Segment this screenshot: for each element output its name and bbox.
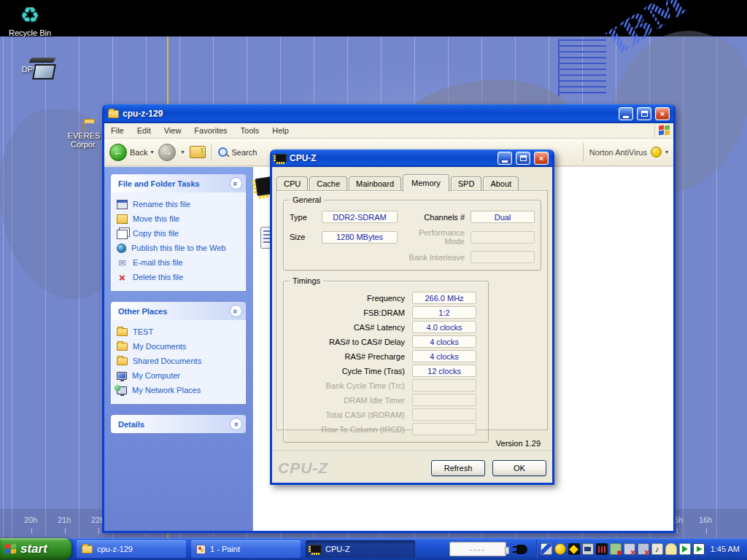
timings-legend: Timings: [290, 276, 323, 285]
ras-to-cas-value: 4 clocks: [412, 335, 476, 348]
system-tray: [541, 543, 705, 555]
green-arrow-tray-icon[interactable]: [679, 543, 691, 555]
desktop-icon-recycle-bin[interactable]: ♻ Recycle Bin: [3, 3, 57, 37]
minimize-button[interactable]: [498, 152, 512, 165]
tab-spd[interactable]: SPD: [451, 176, 482, 190]
taskbar-task-paint[interactable]: 1 - Paint: [191, 540, 301, 558]
display-error-tray-icon[interactable]: [638, 543, 649, 555]
tab-about[interactable]: About: [483, 176, 519, 190]
taskbar-clock[interactable]: 1:45 AM: [705, 545, 747, 553]
place-my-computer[interactable]: My Computer: [117, 370, 242, 381]
place-test[interactable]: TEST: [117, 326, 242, 338]
folder-icon: [117, 357, 128, 365]
menu-file[interactable]: File: [104, 123, 131, 138]
up-one-level-button[interactable]: [190, 146, 206, 158]
volume-tray-icon[interactable]: [651, 543, 663, 555]
close-button[interactable]: ×: [655, 107, 670, 120]
collapse-chevron-icon[interactable]: «: [230, 177, 242, 190]
collapse-chevron-icon[interactable]: «: [230, 305, 242, 317]
place-shared-documents[interactable]: Shared Documents: [117, 355, 242, 367]
task-copy-this-file[interactable]: Copy this file: [117, 228, 242, 239]
network-computer-tray-icon[interactable]: [582, 543, 594, 555]
panel-title: Details: [118, 420, 144, 429]
battery-meter-widget[interactable]: ----: [449, 542, 506, 556]
timezone-tick: [65, 528, 66, 534]
monitor-graph-tray-icon[interactable]: [596, 543, 608, 555]
refresh-button[interactable]: Refresh: [431, 460, 485, 476]
close-button[interactable]: ×: [534, 152, 549, 165]
ghost-tray-icon[interactable]: [665, 543, 677, 555]
maximize-button[interactable]: [516, 152, 530, 165]
back-dropdown-icon[interactable]: ▾: [150, 149, 153, 155]
ok-button[interactable]: OK: [492, 460, 546, 476]
task-label: cpu-z-129: [97, 545, 133, 553]
tab-cache[interactable]: Cache: [309, 176, 347, 190]
memory-tab-page: General Type DDR2-SDRAM Channels # Dual …: [276, 190, 548, 430]
file-and-folder-tasks-header[interactable]: File and Folder Tasks «: [111, 174, 246, 192]
bank-cycle-time-value: [412, 379, 476, 392]
folder-icon: [82, 545, 93, 553]
explorer-window-title: cpu-z-129: [123, 109, 615, 119]
chip-icon: [311, 545, 321, 553]
menu-favorites[interactable]: Favorites: [187, 123, 233, 138]
menu-tools[interactable]: Tools: [234, 123, 266, 138]
panel-title: File and Folder Tasks: [118, 179, 200, 188]
tab-mainboard[interactable]: Mainboard: [349, 176, 401, 190]
norton-antivirus-tray-icon[interactable]: [554, 543, 566, 555]
task-email-this-file[interactable]: ✉ E-mail this file: [117, 257, 242, 268]
disconnected-pc-tray-icon[interactable]: [624, 543, 635, 555]
mail-alert-tray-icon[interactable]: [568, 543, 580, 555]
delete-icon: ×: [117, 273, 128, 282]
minimize-button[interactable]: [619, 107, 633, 120]
maximize-button[interactable]: [637, 107, 651, 120]
task-publish-this-file[interactable]: Publish this file to the Web: [117, 242, 242, 254]
place-label: My Computer: [132, 371, 180, 380]
fsb-dram-value: 1:2: [412, 306, 476, 319]
place-my-documents[interactable]: My Documents: [117, 341, 242, 352]
search-label: Search: [232, 148, 258, 157]
task-label: E-mail this file: [133, 258, 182, 267]
timezone-tick: [98, 528, 99, 534]
task-label: Copy this file: [133, 229, 179, 238]
taskbar: start cpu-z-129 1 - Paint CPU-Z ---- 1:4…: [0, 538, 747, 560]
details-header[interactable]: Details «: [111, 415, 246, 433]
folder-icon: [108, 110, 119, 118]
search-button[interactable]: Search: [217, 146, 258, 159]
desktop-icon-label: Recycle Bin: [3, 28, 57, 37]
forward-dropdown-icon[interactable]: ▾: [181, 149, 184, 155]
taskbar-task-cpu-z-129[interactable]: cpu-z-129: [77, 540, 186, 558]
explorer-menubar: File Edit View Favorites Tools Help: [104, 123, 673, 139]
explorer-titlebar[interactable]: cpu-z-129 ×: [104, 104, 673, 123]
menu-help[interactable]: Help: [266, 123, 295, 138]
menu-edit[interactable]: Edit: [131, 123, 158, 138]
users-offline-tray-icon[interactable]: [610, 543, 622, 555]
menu-view[interactable]: View: [158, 123, 188, 138]
norton-antivirus-toolbar[interactable]: Norton AntiVirus ▾: [583, 143, 668, 162]
tab-memory[interactable]: Memory: [403, 174, 449, 192]
search-icon: [217, 146, 230, 159]
desktop-icon-dpb[interactable]: DPB: [3, 64, 57, 74]
expand-chevron-icon[interactable]: «: [230, 418, 242, 430]
start-button[interactable]: start: [0, 538, 71, 560]
task-delete-this-file[interactable]: × Delete this file: [117, 271, 242, 283]
forward-button[interactable]: →: [158, 144, 176, 161]
fsb-dram-label: FSB:DRAM: [290, 308, 405, 317]
task-label: Publish this file to the Web: [131, 244, 225, 252]
norton-label: Norton AntiVirus: [589, 148, 647, 157]
taskbar-task-cpuz[interactable]: CPU-Z: [306, 540, 415, 558]
task-rename-this-file[interactable]: Rename this file: [117, 198, 242, 210]
task-move-this-file[interactable]: Move this file: [117, 213, 242, 225]
flag-window-tray-icon[interactable]: [693, 543, 705, 555]
other-places-header[interactable]: Other Places «: [111, 302, 246, 320]
panel-title: Other Places: [118, 307, 167, 316]
cpuz-titlebar[interactable]: CPU-Z ×: [272, 149, 552, 167]
tab-cpu[interactable]: CPU: [276, 176, 308, 190]
place-my-network-places[interactable]: My Network Places: [117, 384, 242, 396]
cycle-time-value: 12 clocks: [412, 365, 476, 377]
back-label: Back: [130, 148, 147, 157]
back-button[interactable]: ← Back ▾: [109, 144, 153, 161]
norton-dropdown-icon[interactable]: ▾: [665, 149, 668, 155]
task-label: CPU-Z: [325, 545, 350, 553]
firewall-tray-icon[interactable]: [541, 543, 552, 555]
row-to-column-value: [412, 423, 476, 435]
